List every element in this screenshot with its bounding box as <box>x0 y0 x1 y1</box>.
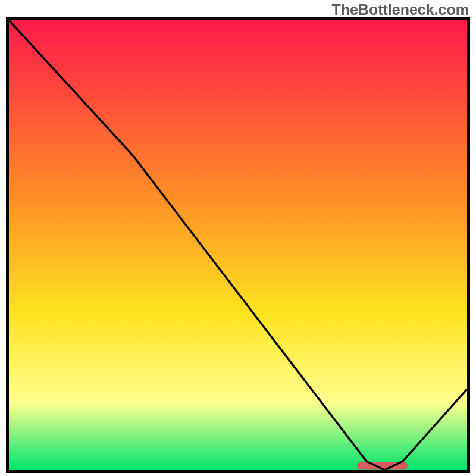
bottleneck-chart <box>9 20 467 470</box>
gradient-background <box>9 20 467 470</box>
chart-frame <box>6 17 470 473</box>
watermark-text: TheBottleneck.com <box>331 1 469 18</box>
